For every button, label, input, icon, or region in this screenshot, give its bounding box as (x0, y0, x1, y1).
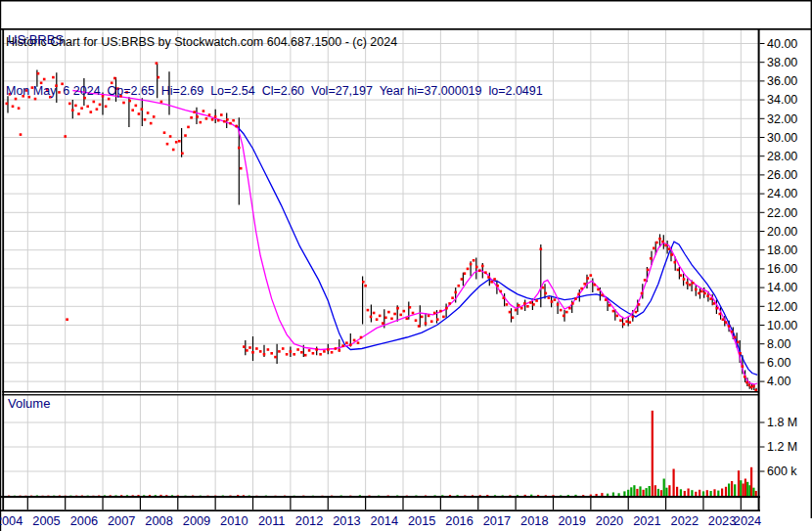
close-dot (259, 350, 262, 353)
price-axis-tick: 34.00 (767, 93, 797, 107)
volume-bar (612, 493, 614, 497)
year-axis-tick: 2018 (520, 513, 548, 528)
volume-bar (691, 490, 693, 496)
volume-bar (630, 487, 632, 496)
volume-bar (750, 467, 752, 496)
volume-bar (502, 495, 504, 496)
volume-bar (159, 495, 161, 496)
price-axis-tick: 36.00 (767, 74, 797, 88)
volume-bar (721, 489, 723, 497)
close-dot (286, 353, 289, 356)
volume-bar (665, 488, 667, 496)
volume-bar (731, 481, 733, 496)
volume-bar (81, 496, 83, 497)
volume-bar (359, 495, 361, 496)
year-axis-tick: 2011 (258, 513, 286, 528)
ma-fast-line (72, 91, 757, 385)
close-dot (635, 311, 638, 314)
year-axis-tick: 2013 (333, 513, 360, 528)
year-axis-tick: 2005 (32, 513, 60, 528)
volume-bar (607, 494, 609, 496)
close-dot (458, 285, 461, 288)
volume-bar (415, 496, 417, 497)
volume-bar (479, 495, 481, 496)
volume-bar (545, 495, 547, 496)
volume-bar (449, 495, 451, 496)
close-dot (172, 149, 175, 152)
close-dot (650, 257, 653, 260)
close-dot (451, 296, 454, 299)
price-axis-tick: 32.00 (767, 112, 797, 126)
volume-bar (126, 495, 128, 496)
volume-bar (752, 488, 754, 496)
close-dot (548, 296, 551, 299)
volume-bar (59, 496, 61, 497)
close-dot (529, 301, 532, 304)
price-axis-tick: 8.00 (767, 337, 790, 351)
close-dot (439, 310, 442, 313)
close-dot (587, 277, 590, 280)
volume-bar (740, 480, 742, 496)
close-dot (473, 259, 475, 262)
close-dot (629, 321, 632, 324)
volume-bar (143, 495, 145, 496)
close-dot (742, 365, 744, 368)
chart-header: Historic Chart for US:BRBS by Stockwatch… (6, 1, 543, 133)
close-dot (716, 307, 719, 310)
volume-bar (596, 494, 598, 496)
close-dot (532, 303, 535, 306)
close-dot (551, 300, 554, 303)
volume-bar (574, 495, 576, 496)
volume-bar (552, 495, 554, 496)
close-dot (560, 309, 563, 312)
volume-bar (472, 495, 474, 496)
volume-bar (649, 486, 651, 496)
volume-bar (744, 479, 746, 497)
close-dot (267, 348, 270, 351)
close-dot (520, 307, 523, 310)
volume-bar (530, 495, 532, 496)
close-dot (722, 318, 725, 321)
close-dot (464, 272, 467, 275)
volume-panel-label: Volume (8, 396, 50, 411)
close-dot (545, 292, 548, 295)
close-dot (181, 153, 184, 155)
close-dot (312, 352, 315, 355)
volume-bar (688, 489, 690, 497)
close-dot (353, 339, 356, 342)
year-axis-tick: 2020 (596, 513, 623, 528)
close-dot (506, 303, 509, 306)
close-dot (754, 389, 757, 392)
volume-bar (601, 493, 603, 496)
historic-chart-window: Historic Chart for US:BRBS by Stockwatch… (0, 0, 812, 531)
close-dot (418, 325, 421, 328)
volume-bar (706, 490, 708, 496)
close-dot (461, 278, 464, 281)
close-dot (674, 261, 677, 264)
close-dot (357, 341, 360, 344)
volume-bar (627, 490, 629, 496)
close-dot (644, 279, 647, 282)
close-dot (315, 348, 318, 351)
close-dot (442, 316, 445, 319)
close-dot (421, 316, 424, 319)
volume-bar (738, 470, 740, 496)
close-dot (500, 290, 503, 293)
close-dot (615, 315, 618, 318)
year-axis-tick: 2007 (108, 513, 135, 528)
volume-bar (660, 490, 662, 496)
close-dot (338, 349, 341, 352)
close-dot (270, 352, 273, 355)
volume-axis-tick: 1.2 M (767, 440, 797, 454)
close-dot (484, 271, 487, 274)
volume-bar (633, 485, 635, 496)
volume-bar (654, 485, 656, 496)
close-dot (571, 302, 574, 305)
volume-bar (229, 496, 231, 497)
close-dot (349, 343, 352, 346)
year-axis-tick: 2017 (483, 513, 511, 528)
close-dot (475, 266, 478, 269)
volume-bar (524, 495, 526, 496)
close-dot (593, 284, 596, 287)
volume-bar (567, 495, 569, 496)
